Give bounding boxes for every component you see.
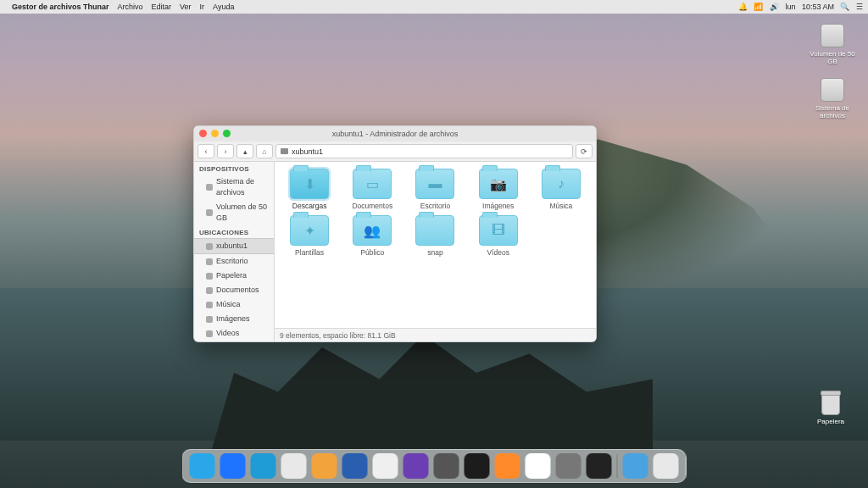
window-minimize-button[interactable]	[211, 130, 219, 137]
sidebar-item-downloads[interactable]: Descargas	[194, 341, 274, 341]
menu-icon[interactable]: ☰	[856, 3, 863, 11]
notification-icon[interactable]: 🔔	[738, 3, 748, 11]
folder-icon: ⬇	[290, 169, 329, 199]
search-icon[interactable]: 🔍	[840, 3, 849, 11]
window-titlebar[interactable]: xubuntu1 - Administrador de archivos	[194, 126, 596, 141]
folder-label: Público	[341, 248, 403, 257]
desktop-icon-label: Volumen de 50 GB	[807, 50, 858, 65]
folder-item-imágenes[interactable]: 📷Imágenes	[467, 169, 530, 210]
folder-item-público[interactable]: 👥Público	[341, 215, 403, 257]
file-manager-window: xubuntu1 - Administrador de archivos ‹ ›…	[193, 125, 597, 342]
dock-icon-finder[interactable]	[190, 453, 215, 479]
desktop-icon	[206, 258, 213, 265]
nav-up-button[interactable]: ▴	[236, 144, 253, 158]
dock-icon-screenshot[interactable]	[654, 453, 679, 479]
desktop-icon-label: Sistema de archivos	[807, 104, 858, 119]
folder-item-snap[interactable]: snap	[403, 215, 466, 257]
dock-icon-firefox[interactable]	[495, 453, 520, 479]
dock-icon-clock[interactable]	[465, 453, 490, 479]
toolbar: ‹ › ▴ ⌂ xubuntu1 ⟳	[194, 141, 596, 162]
dock-icon-paint[interactable]	[403, 453, 429, 479]
folder-icon: ▭	[353, 169, 392, 199]
dock-icon-colors[interactable]	[526, 453, 551, 479]
sidebar-item-music[interactable]: Música	[194, 297, 274, 312]
window-maximize-button[interactable]	[223, 130, 231, 137]
menu-ver[interactable]: Ver	[180, 3, 192, 11]
videos-icon	[206, 330, 213, 337]
sidebar-item-home[interactable]: xubuntu1	[194, 238, 274, 254]
folder-label: snap	[403, 248, 466, 257]
music-icon	[206, 302, 213, 308]
folder-item-escritorio[interactable]: ▬Escritorio	[403, 169, 466, 210]
window-title: xubuntu1 - Administrador de archivos	[332, 130, 459, 138]
disk-icon	[821, 78, 844, 102]
path-bar[interactable]: xubuntu1	[275, 144, 573, 158]
trash-icon	[821, 393, 840, 415]
folder-label: Plantillas	[278, 248, 341, 257]
folder-icon: ▬	[415, 169, 454, 199]
dock-icon-system[interactable]	[556, 453, 581, 479]
dock	[182, 449, 687, 483]
desktop-icon-volume[interactable]: Volumen de 50 GB	[807, 24, 858, 65]
folder-icon	[281, 148, 288, 154]
sidebar-header-devices: DISPOSITIVOS	[194, 162, 274, 175]
dock-icon-notes[interactable]	[312, 453, 337, 479]
folder-label: Música	[530, 202, 593, 210]
sidebar-item-volume[interactable]: Volumen de 50 GB	[194, 200, 274, 225]
dock-icon-imovie[interactable]	[373, 453, 398, 479]
folder-label: Descargas	[278, 202, 341, 210]
folder-icon: 📷	[479, 169, 518, 199]
sidebar-item-images[interactable]: Imágenes	[194, 312, 274, 326]
desktop-icon-label: Papelera	[805, 418, 856, 425]
menubar-tray: 🔔 📶 🔊 lun 10:53 AM 🔍 ☰	[734, 3, 863, 11]
disk-icon	[206, 209, 213, 216]
window-close-button[interactable]	[199, 130, 207, 137]
menubar-app-name[interactable]: Gestor de archivos Thunar	[12, 3, 109, 11]
folder-label: Escritorio	[403, 202, 466, 210]
menu-archivo[interactable]: Archivo	[118, 3, 143, 11]
dock-icon-terminal[interactable]	[587, 453, 612, 479]
tray-day[interactable]: lun	[785, 3, 795, 11]
folder-item-música[interactable]: ♪Música	[530, 169, 593, 210]
sidebar-item-desktop[interactable]: Escritorio	[194, 254, 274, 269]
wifi-icon[interactable]: 📶	[754, 3, 763, 11]
menu-ir[interactable]: Ir	[200, 3, 205, 11]
content-pane: ⬇Descargas▭Documentos▬Escritorio📷Imágene…	[275, 162, 596, 341]
status-bar: 9 elementos, espacio libre: 81.1 GiB	[275, 328, 596, 341]
dock-icon-settings[interactable]	[434, 453, 459, 479]
sidebar-header-places: UBICACIONES	[194, 225, 274, 238]
volume-icon[interactable]: 🔊	[770, 3, 779, 11]
dock-icon-safari[interactable]	[251, 453, 276, 479]
images-icon	[206, 316, 213, 323]
folder-item-descargas[interactable]: ⬇Descargas	[278, 169, 341, 210]
folder-item-documentos[interactable]: ▭Documentos	[341, 169, 403, 210]
dock-icon-photos[interactable]	[281, 453, 307, 479]
sidebar-item-filesystem[interactable]: Sistema de archivos	[194, 175, 274, 200]
sidebar-item-videos[interactable]: Videos	[194, 326, 274, 341]
dock-icon-appstore[interactable]	[220, 453, 246, 479]
nav-forward-button[interactable]: ›	[217, 144, 234, 158]
folder-item-vídeos[interactable]: 🎞Vídeos	[467, 215, 530, 257]
disk-icon	[206, 184, 213, 191]
trash-icon	[206, 273, 213, 280]
sidebar-item-trash[interactable]: Papelera	[194, 269, 274, 283]
folder-item-plantillas[interactable]: ✦Plantillas	[278, 215, 341, 257]
sidebar-item-documents[interactable]: Documentos	[194, 283, 274, 297]
folder-label: Documentos	[341, 202, 403, 210]
disk-icon	[821, 24, 844, 47]
desktop-icon-trash[interactable]: Papelera	[805, 393, 856, 425]
tray-time[interactable]: 10:53 AM	[802, 3, 834, 11]
nav-back-button[interactable]: ‹	[198, 144, 214, 158]
nav-home-button[interactable]: ⌂	[256, 144, 273, 158]
path-reload-button[interactable]: ⟳	[576, 144, 593, 158]
home-icon	[206, 243, 213, 250]
dock-icon-word[interactable]	[342, 453, 368, 479]
folder-label: Imágenes	[467, 202, 530, 210]
menu-editar[interactable]: Editar	[152, 3, 172, 11]
desktop-icon-filesystem[interactable]: Sistema de archivos	[807, 78, 858, 119]
menubar: Gestor de archivos Thunar Archivo Editar…	[0, 0, 868, 14]
path-label: xubuntu1	[292, 147, 323, 156]
menu-ayuda[interactable]: Ayuda	[213, 3, 234, 11]
dock-icon-windows[interactable]	[623, 453, 648, 479]
folder-icon: 🎞	[479, 215, 518, 246]
